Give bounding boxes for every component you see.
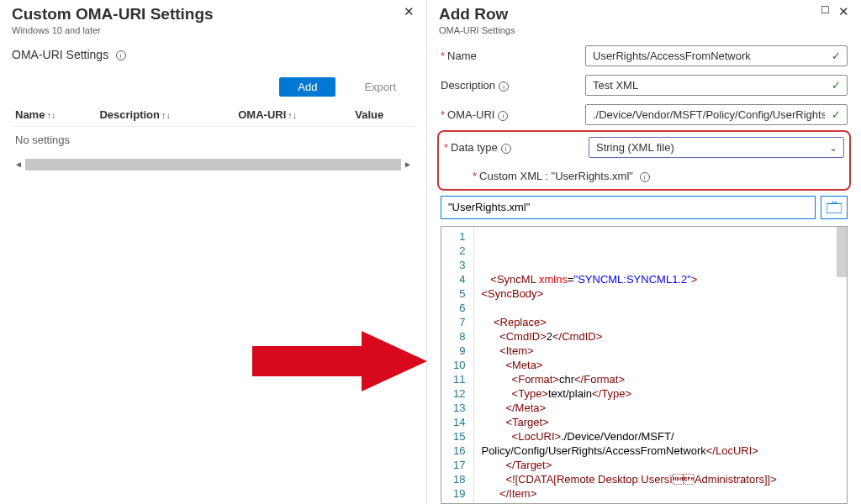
info-icon[interactable] (498, 111, 508, 121)
svg-rect-0 (827, 203, 842, 213)
scroll-left-icon[interactable]: ◄ (12, 158, 25, 171)
section-heading: OMA-URI Settings (12, 47, 415, 62)
info-icon[interactable] (116, 50, 126, 60)
right-pane-title: Add Row (439, 5, 515, 24)
oma-uri-field[interactable] (585, 104, 848, 125)
file-path-field[interactable] (441, 196, 816, 219)
code-content[interactable]: <SyncML xmlns="SYNCML:SYNCML1.2"><SyncBo… (474, 227, 847, 503)
scrollbar-thumb[interactable] (837, 227, 847, 277)
col-description[interactable]: Description↑↓ (96, 103, 235, 127)
sort-icon[interactable]: ↑↓ (161, 110, 171, 120)
scroll-right-icon[interactable]: ► (401, 158, 415, 171)
settings-table: Name↑↓ Description↑↓ OMA-URI↑↓ Value No … (12, 103, 415, 153)
browse-file-button[interactable] (821, 196, 848, 219)
oma-uri-label: *OMA-URI (441, 108, 585, 121)
info-icon[interactable] (499, 81, 509, 92)
section-title: OMA-URI Settings (12, 48, 108, 61)
horizontal-scrollbar[interactable]: ◄ ► (12, 158, 415, 171)
info-icon[interactable] (501, 144, 511, 154)
data-type-select[interactable]: String (XML file) (589, 137, 844, 158)
maximize-icon[interactable]: ☐ (821, 5, 830, 18)
col-value[interactable]: Value (351, 103, 415, 127)
custom-oma-settings-pane: Custom OMA-URI Settings Windows 10 and l… (0, 0, 427, 504)
table-row-empty: No settings (12, 127, 415, 154)
info-icon[interactable] (640, 172, 650, 182)
close-icon[interactable]: ✕ (838, 5, 849, 18)
xml-code-viewer[interactable]: 1234567891011121314151617181920 <SyncML … (441, 226, 848, 504)
sort-icon[interactable]: ↑↓ (46, 110, 55, 120)
line-number-gutter: 1234567891011121314151617181920 (441, 227, 474, 503)
sort-icon[interactable]: ↑↓ (288, 110, 297, 120)
col-oma-uri[interactable]: OMA-URI↑↓ (235, 103, 351, 127)
right-pane-subtitle: OMA-URI Settings (439, 25, 515, 35)
description-label: Description (441, 79, 585, 92)
left-pane-title: Custom OMA-URI Settings (12, 5, 214, 24)
export-button[interactable]: Export (346, 77, 415, 97)
name-field[interactable] (585, 45, 848, 66)
close-icon[interactable]: ✕ (404, 5, 415, 18)
empty-message: No settings (12, 127, 415, 154)
add-button[interactable]: Add (279, 77, 335, 97)
add-row-pane: Add Row OMA-URI Settings ☐ ✕ *Name ✓ Des… (427, 0, 861, 504)
name-label: *Name (441, 50, 585, 62)
col-name[interactable]: Name↑↓ (12, 103, 96, 127)
custom-xml-line: *Custom XML : "UserRights.xml" (444, 166, 844, 187)
description-field[interactable] (585, 75, 848, 96)
data-type-highlight: *Data type String (XML file) ⌄ *Custom X… (437, 130, 851, 191)
data-type-label: *Data type (444, 141, 589, 154)
left-pane-subtitle: Windows 10 and later (12, 25, 214, 35)
scroll-track[interactable] (25, 159, 401, 171)
folder-icon (827, 202, 842, 213)
